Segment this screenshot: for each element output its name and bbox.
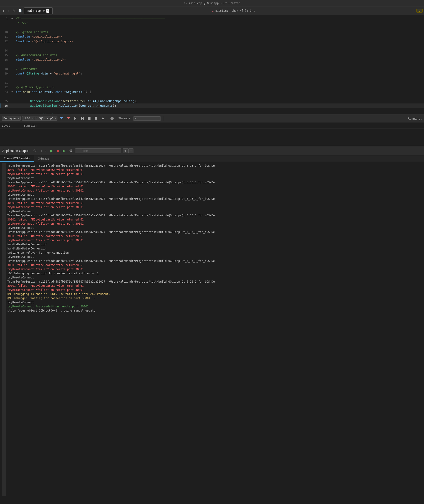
code-line: [0, 62, 424, 67]
output-tab-ios-label: Run on iOS Simulator: [4, 157, 30, 160]
debug-btn-6[interactable]: [93, 116, 99, 121]
tab-main-cpp[interactable]: main.cpp # ✕: [24, 7, 53, 14]
ellipsis-button[interactable]: ...: [416, 9, 423, 13]
code-line: 19 const QString Main = "qrc:/main.qml";: [0, 71, 424, 76]
lldb-select[interactable]: LLDB for "QGuiapp" ▼: [22, 116, 57, 121]
output-line: 30001 failed, AMDeviceStartService retur…: [7, 263, 421, 267]
debug-btn-7[interactable]: [100, 116, 106, 121]
copy-button[interactable]: ⎘: [11, 8, 16, 13]
output-tabs: Run on iOS Simulator QGuiapp: [0, 155, 424, 162]
debug-table-header: Level Function: [0, 123, 424, 129]
title-bar: c- main.cpp @ QGuiapp - Qt Creator: [0, 0, 424, 6]
code-line: [0, 25, 424, 30]
line-content: #include <QQmlApplicationEngine>: [14, 39, 424, 44]
zoom-out-button[interactable]: −: [128, 148, 133, 153]
debug-separator-3: [163, 116, 163, 121]
line-number: 16: [0, 57, 10, 62]
line-content: #include "aguiapplication.h": [14, 57, 424, 62]
line-content: const QString Main = "qrc:/main.qml";: [14, 71, 424, 76]
output-settings-button[interactable]: ⚙: [68, 148, 73, 153]
line-number: 12: [0, 39, 10, 44]
output-stop-button[interactable]: ■: [56, 148, 60, 153]
debug-btn-3[interactable]: [73, 116, 78, 121]
output-run2-button[interactable]: ▶: [62, 148, 66, 153]
debug-status: Running.: [408, 117, 422, 120]
output-line: tryRemoteConnect *failed* on remote port…: [7, 267, 421, 271]
func-label: main(int, char *[]): int: [215, 9, 255, 13]
tab-close-button[interactable]: ✕: [46, 9, 49, 13]
line-content: // System includes: [14, 30, 424, 34]
line-content: aGuiApplication Application(Counter, Arg…: [14, 103, 424, 108]
filter-input[interactable]: [75, 148, 121, 153]
line-number: 26: [0, 103, 10, 108]
line-number: 25: [0, 99, 10, 103]
svg-rect-11: [34, 151, 36, 151]
line-fold-indicator[interactable]: ▶: [10, 16, 14, 21]
line-number: 11: [0, 34, 10, 39]
debug-btn-5[interactable]: [86, 116, 92, 121]
code-line: 12 #include <QQmlApplicationEngine>: [0, 39, 424, 44]
output-line: TransferAppSession(ce153fbad4585fb6671ef…: [7, 259, 421, 263]
filter-wrap: 🔍: [75, 148, 121, 153]
output-line: handleNewRelayConnection: [7, 247, 421, 251]
code-line: 16 #include "aguiapplication.h": [0, 57, 424, 62]
line-number: 14: [0, 48, 10, 53]
output-line: tryRemoteConnect *failed* on remote port…: [7, 288, 421, 292]
output-line: tryRemoteConnect: [7, 193, 421, 197]
output-line: setting up relayer for new connection: [7, 251, 421, 255]
code-line: 10 // System includes: [0, 30, 424, 34]
code-line: * *///: [0, 21, 424, 25]
code-line: [0, 44, 424, 48]
output-line: QML debugging is enabled. Only use this …: [7, 292, 421, 296]
output-tab-ios[interactable]: Run on iOS Simulator: [0, 155, 34, 162]
line-content: * *///: [14, 21, 424, 25]
threads-select[interactable]: ▼: [133, 116, 161, 121]
line-number: 10: [0, 30, 10, 34]
file-icon[interactable]: 📄: [17, 8, 23, 13]
output-next-button[interactable]: ›: [44, 148, 48, 153]
debug-step-into-button[interactable]: [59, 116, 64, 121]
output-line: tryRemoteConnect *failed* on remote port…: [7, 205, 421, 209]
line-number: 28: [0, 113, 10, 114]
line-fold-indicator[interactable]: ▼: [10, 90, 14, 94]
svg-rect-3: [67, 117, 70, 118]
line-number: 15: [0, 53, 10, 57]
line-number: 21: [0, 81, 10, 85]
code-line: 15 // Application includes: [0, 53, 424, 57]
code-line: 11 #include <QGuiApplication>: [0, 34, 424, 39]
debug-table-body: [0, 129, 424, 146]
output-line: tryRemoteConnect: [7, 226, 421, 230]
window-title: c- main.cpp @ QGuiapp - Qt Creator: [184, 2, 240, 5]
debugger-mode-label: Debugger: [3, 117, 17, 120]
threads-value: ▼: [135, 117, 137, 120]
output-line: tryRemoteConnect *succeeded* on remote p…: [7, 304, 421, 309]
output-attach-button[interactable]: [32, 148, 38, 153]
nav-back-button[interactable]: ‹: [1, 8, 5, 13]
output-line: tryRemoteConnect *failed* on remote port…: [7, 238, 421, 242]
output-line: 30001 failed, AMDeviceStartService retur…: [7, 217, 421, 222]
output-run-button[interactable]: ▶: [49, 148, 54, 153]
line-content: QQmlApplicationEngine Engine;: [14, 113, 424, 114]
line-number: 19: [0, 71, 10, 76]
code-line: 23 ▼ int main(int Counter, char *Argumen…: [0, 90, 424, 94]
line-content: /* ─────────────────────────────────────…: [14, 16, 424, 21]
output-line: tryRemoteConnect: [7, 176, 421, 180]
output-line: QML Debugger: Waiting for connection on …: [7, 296, 421, 300]
chevron-down-icon-2: ▼: [54, 117, 56, 120]
debugger-mode-select[interactable]: Debugger ▼: [2, 116, 21, 121]
zoom-in-button[interactable]: +: [123, 148, 128, 153]
output-line: 30001 failed, AMDeviceStartService retur…: [7, 284, 421, 288]
output-line: tryRemoteConnect: [7, 255, 421, 259]
line-content: // QtQuick Application: [14, 85, 424, 90]
output-tab-qguiapp[interactable]: QGuiapp: [34, 155, 53, 162]
debug-step-over-button[interactable]: [66, 116, 71, 121]
code-line: 25 QCoreApplication::setAttribute(Qt::AA…: [0, 99, 424, 103]
code-line: 28 QQmlApplicationEngine Engine;: [0, 113, 424, 114]
chevron-down-icon: ▼: [18, 117, 19, 120]
threads-label: Threads:: [118, 117, 132, 120]
lldb-label: LLDB for "QGuiapp": [24, 117, 54, 120]
debug-btn-4[interactable]: [80, 116, 85, 121]
output-prev-button[interactable]: ‹: [39, 148, 43, 153]
svg-point-9: [95, 117, 97, 120]
nav-forward-button[interactable]: ›: [6, 8, 10, 13]
